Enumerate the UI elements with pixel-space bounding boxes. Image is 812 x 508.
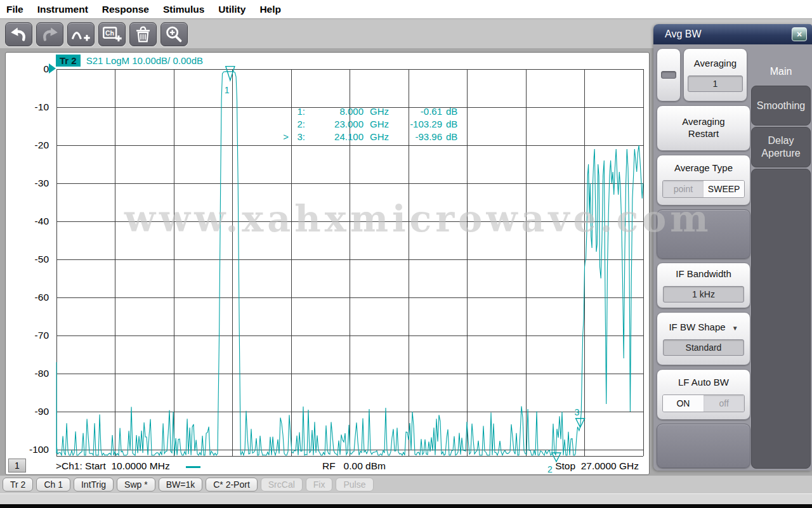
status-bar: Tr 2Ch 1IntTrigSwp *BW=1kC* 2-PortSrcCal… — [0, 476, 812, 493]
close-icon[interactable]: × — [792, 27, 807, 41]
rf-power-field[interactable]: RF 0.00 dBm — [322, 460, 386, 472]
marker-readout-cell: GHz — [363, 106, 391, 119]
marker-readout-cell: 1: — [289, 106, 305, 119]
statusbar-inttrig[interactable]: IntTrig — [74, 478, 114, 492]
marker-readout-cell: GHz — [363, 119, 391, 131]
y-axis-label: -70 — [10, 330, 49, 341]
statusbar-swp-[interactable]: Swp * — [117, 478, 155, 492]
y-axis-label: -60 — [10, 292, 49, 303]
marker-readout-cell: 3: — [289, 131, 305, 144]
delete-icon — [130, 23, 156, 46]
average-type-point-option[interactable]: point — [663, 181, 704, 197]
marker-readout-cell: > — [280, 131, 289, 144]
marker-readout-cell: dB — [442, 131, 461, 144]
averaging-value-field[interactable]: 1 — [688, 75, 743, 92]
if-bw-shape-label-text: IF BW Shape — [669, 322, 725, 332]
chevron-down-icon: ▼ — [732, 325, 738, 332]
delete-button[interactable] — [129, 22, 157, 46]
average-type-button[interactable]: Average Type point SWEEP — [657, 155, 750, 205]
menu-help[interactable]: Help — [259, 4, 281, 15]
lf-auto-bw-segmented: ON off — [662, 394, 745, 412]
marker-readout-cell: dB — [442, 119, 461, 131]
if-bandwidth-button[interactable]: IF Bandwidth 1 kHz — [657, 263, 750, 308]
toggle-indicator-icon — [661, 71, 676, 79]
redo-icon — [37, 23, 63, 46]
channel-badge: 1 — [8, 459, 26, 472]
y-axis-label: -20 — [10, 140, 49, 151]
statusbar-ch-1[interactable]: Ch 1 — [36, 478, 70, 492]
menu-instrument[interactable]: Instrument — [37, 4, 88, 15]
averaging-toggle-button[interactable] — [657, 48, 681, 101]
svg-text:Ch: Ch — [105, 30, 114, 37]
averaging-restart-label: Averaging Restart — [669, 116, 738, 140]
tab-smoothing[interactable]: Smoothing — [751, 86, 811, 126]
undo-button[interactable] — [5, 22, 32, 46]
if-bw-shape-label: IF BW Shape▼ — [669, 322, 738, 334]
marker-readout-cell: -0.61 — [391, 106, 442, 119]
marker-readout-cell: 8.000 — [305, 106, 363, 119]
redo-button[interactable] — [36, 22, 63, 46]
statusbar-pulse: Pulse — [336, 478, 373, 492]
statusbar-c-2-port[interactable]: C* 2-Port — [206, 478, 258, 492]
avg-bw-panel: Avg BW × Averaging 1 Averaging Restart A… — [653, 24, 812, 471]
tab-delay-aperture[interactable]: Delay Aperture — [751, 127, 811, 167]
panel-body: Averaging 1 Averaging Restart Average Ty… — [653, 44, 812, 471]
marker-readout-cell: 23.000 — [305, 119, 363, 131]
lf-auto-bw-button[interactable]: LF Auto BW ON off — [657, 369, 750, 420]
marker-label: 2 — [547, 464, 553, 474]
statusbar-fix: Fix — [306, 478, 333, 492]
marker-readout: 1:8.000GHz-0.61dB2:23.000GHz-103.29dB>3:… — [280, 106, 461, 144]
marker-readout-cell: dB — [442, 106, 461, 119]
averaging-restart-button[interactable]: Averaging Restart — [657, 105, 750, 151]
add-trace-button[interactable] — [67, 22, 95, 46]
marker-readout-cell: GHz — [363, 131, 391, 144]
zoom-in-button[interactable] — [160, 22, 188, 46]
lf-auto-bw-off-option[interactable]: off — [704, 395, 744, 412]
menu-utility[interactable]: Utility — [218, 4, 246, 15]
marker-readout-cell: 24.100 — [305, 131, 363, 144]
tab-strip-background — [751, 169, 811, 469]
reference-level-arrow-icon — [49, 63, 56, 74]
start-frequency-field[interactable]: >Ch1: Start 10.0000 MHz — [56, 460, 170, 472]
y-axis-label: -50 — [10, 254, 49, 265]
undo-icon — [6, 23, 32, 46]
y-axis-label: -80 — [10, 368, 49, 379]
marker-readout-cell: -93.96 — [391, 131, 442, 144]
marker-readout-cell: -103.29 — [391, 119, 442, 131]
average-type-label: Average Type — [674, 162, 733, 174]
y-axis-label: 0 — [10, 63, 49, 75]
add-trace-icon — [68, 23, 94, 46]
averaging-button[interactable]: Averaging 1 — [683, 48, 747, 101]
y-axis-label: -40 — [10, 216, 49, 227]
averaging-label: Averaging — [694, 58, 737, 70]
trace-title: S21 LogM 10.00dB/ 0.00dB — [86, 55, 203, 66]
menu-stimulus[interactable]: Stimulus — [163, 4, 204, 15]
marker-label: 1 — [225, 85, 230, 95]
plot-area[interactable]: 123 Tr 2 S21 LogM 10.00dB/ 0.00dB 0-10-2… — [5, 52, 650, 475]
empty-softkey — [657, 424, 750, 468]
if-bw-shape-button[interactable]: IF BW Shape▼ Standard — [657, 312, 750, 365]
stop-frequency-field[interactable]: Stop 27.0000 GHz — [555, 460, 639, 472]
marker-readout-cell: 2: — [289, 119, 305, 131]
average-type-sweep-option[interactable]: SWEEP — [704, 181, 744, 197]
trace-header: Tr 2 S21 LogM 10.00dB/ 0.00dB — [56, 54, 203, 67]
statusbar-srccal: SrcCal — [261, 478, 303, 492]
statusbar-bw-1k[interactable]: BW=1k — [159, 478, 203, 492]
statusbar-tr-2[interactable]: Tr 2 — [3, 478, 33, 492]
marker-readout-cell — [280, 119, 289, 131]
trace-color-indicator — [186, 466, 200, 468]
menu-bar: FileInstrumentResponseStimulusUtilityHel… — [0, 0, 812, 18]
zoom-in-icon — [161, 23, 187, 46]
if-bw-shape-value-field[interactable]: Standard — [663, 339, 744, 356]
marker-triangle-icon[interactable] — [226, 67, 235, 81]
empty-softkey — [657, 209, 750, 259]
menu-response[interactable]: Response — [102, 4, 149, 15]
if-bandwidth-value-field[interactable]: 1 kHz — [663, 286, 744, 303]
lf-auto-bw-on-option[interactable]: ON — [663, 395, 704, 412]
add-channel-button[interactable]: Ch — [98, 22, 126, 46]
panel-title: Avg BW — [665, 29, 702, 40]
y-axis-label: -100 — [10, 444, 49, 455]
window-bottom-edge — [0, 504, 812, 508]
trace-badge[interactable]: Tr 2 — [56, 55, 81, 67]
menu-file[interactable]: File — [6, 4, 23, 15]
